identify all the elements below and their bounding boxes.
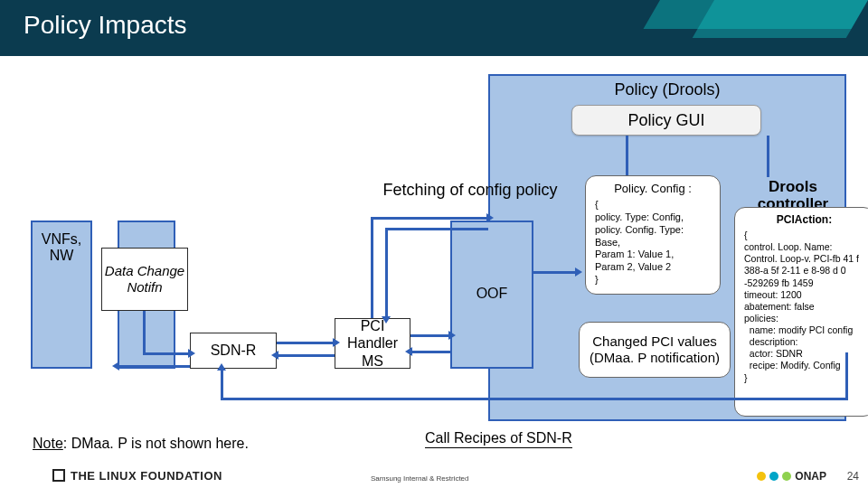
changed-pci-bubble: Changed PCI values (DMaa. P notification… [579,322,731,378]
arrowhead-icon [217,363,226,371]
policy-config-body: { policy. Type: Config, policy. Config. … [595,199,711,286]
onap-logo-text: ONAP [795,470,826,483]
onap-logo: ONAP [757,470,826,483]
pci-handler-box: PCI Handler MS [335,318,410,369]
connector-line [118,365,190,368]
arrowhead-icon [112,361,119,371]
oof-label: OOF [450,286,533,302]
connector-line [767,136,769,177]
arrowhead-icon [382,316,391,324]
onap-dot-icon [782,472,791,481]
onap-dot-icon [769,472,778,481]
arrowhead-icon [188,349,195,358]
vnf-label: VNFs, NW [31,231,92,265]
lf-logo-text: THE LINUX FOUNDATION [71,469,222,483]
connector-line [143,311,146,354]
policy-config-bubble: Policy. Config : { policy. Type: Config,… [585,175,721,295]
connector-line [410,351,450,353]
connector-line [221,369,223,399]
connector-line [371,217,373,318]
connector-line [845,352,848,400]
page-number: 24 [847,470,859,483]
connector-line [277,354,335,357]
linux-foundation-logo: THE LINUX FOUNDATION [52,469,222,483]
note-tail: : DMaa. P is not shown here. [63,436,249,451]
connector-line [385,228,388,318]
connector-line [143,352,190,355]
fetching-label: Fetching of config policy [380,181,561,200]
drools-container: Policy (Drools) Policy GUI Drools contro… [488,74,846,421]
connector-line [371,217,488,220]
arrowhead-icon [405,347,412,356]
title-accent [693,0,868,38]
arrowhead-icon [333,338,340,347]
connector-line [221,398,848,400]
footnote: Note: DMaa. P is not shown here. [33,436,249,452]
connector-line [410,334,450,337]
data-change-notif-box: Data Change Notifn [101,248,188,311]
arrowhead-icon [575,267,582,277]
onap-dot-icon [757,472,766,481]
policy-gui-box: Policy GUI [571,105,761,136]
note-underline: Note [33,436,63,451]
arrowhead-icon [448,331,456,340]
connector-line [277,342,335,344]
policy-config-header: Policy. Config : [595,182,711,196]
pci-action-header: PCIAction: [744,213,864,227]
sdn-r-box: SDN-R [190,333,277,369]
connector-line [385,228,488,230]
page-title: Policy Impacts [24,11,187,40]
lf-logo-icon [52,469,65,482]
confidentiality-label: Samsung Internal & Restricted [371,474,469,483]
arrowhead-icon [486,213,494,222]
connector-line [533,271,577,274]
title-bar: Policy Impacts [0,0,868,56]
connector-line [626,136,628,177]
arrowhead-icon [271,351,278,360]
call-recipes-label: Call Recipes of SDN-R [425,430,572,448]
drools-title: Policy (Drools) [490,76,844,104]
